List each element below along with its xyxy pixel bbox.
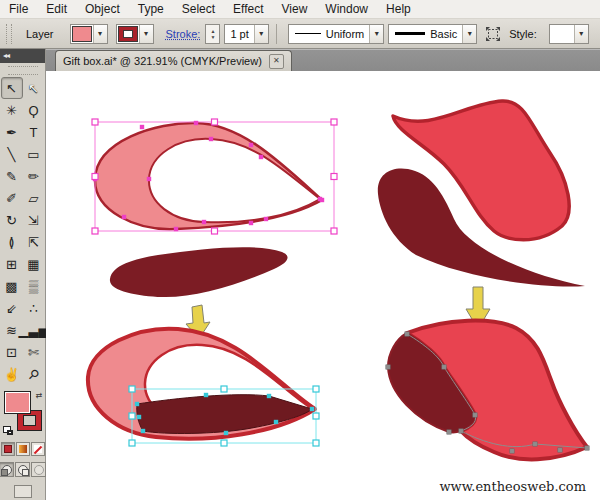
artboard-tool[interactable]: ⊡ xyxy=(1,341,23,363)
magenta-selection-handle[interactable] xyxy=(331,174,337,180)
pencil-tool[interactable]: ✏ xyxy=(23,165,45,187)
cyan-selection-handle[interactable] xyxy=(313,440,319,446)
spinner-down-icon[interactable]: ▼ xyxy=(210,34,215,40)
cyan-anchor-point[interactable] xyxy=(267,394,271,398)
gray-anchor-point[interactable] xyxy=(459,429,463,433)
draw-inside-button[interactable] xyxy=(31,462,46,477)
menu-select[interactable]: Select xyxy=(173,1,224,17)
gray-anchor-point[interactable] xyxy=(558,448,562,452)
gray-anchor-point[interactable] xyxy=(386,365,390,369)
gray-anchor-point[interactable] xyxy=(473,413,477,417)
cyan-anchor-point[interactable] xyxy=(274,420,278,424)
fill-color-proxy[interactable] xyxy=(4,391,31,414)
magenta-selection-handle[interactable] xyxy=(212,119,218,125)
toolbar-grip[interactable] xyxy=(8,66,38,75)
variable-width-combo[interactable]: Uniform ▾ xyxy=(288,24,385,44)
menu-window[interactable]: Window xyxy=(316,1,377,17)
draw-behind-button[interactable] xyxy=(15,462,30,477)
menu-file[interactable]: File xyxy=(0,1,37,17)
cyan-anchor-point[interactable] xyxy=(141,429,145,433)
swap-fill-stroke-icon[interactable]: ⇄ xyxy=(36,391,43,400)
toolbar-collapse-button[interactable]: ◂◂ xyxy=(0,49,45,63)
pen-tool[interactable]: ✒ xyxy=(1,121,23,143)
cyan-anchor-point[interactable] xyxy=(310,407,314,411)
perspective-grid-tool[interactable]: ▦ xyxy=(23,253,45,275)
zoom-tool[interactable]: ⚲ xyxy=(23,363,45,385)
cyan-anchor-point[interactable] xyxy=(224,431,228,435)
none-button[interactable] xyxy=(31,442,45,456)
magenta-anchor-point[interactable] xyxy=(264,217,268,221)
draw-normal-button[interactable] xyxy=(0,462,14,477)
stroke-weight-combo[interactable]: 1 pt ▾ xyxy=(224,24,268,44)
cyan-selection-handle[interactable] xyxy=(221,386,227,392)
cyan-selection-handle[interactable] xyxy=(129,440,135,446)
menu-edit[interactable]: Edit xyxy=(37,1,76,17)
rectangle-tool[interactable]: ▭ xyxy=(23,143,45,165)
menu-effect[interactable]: Effect xyxy=(224,1,272,17)
close-tab-icon[interactable]: ✕ xyxy=(269,54,284,69)
mesh-tool[interactable]: ▩ xyxy=(1,275,23,297)
lasso-tool[interactable]: Ϙ xyxy=(23,99,45,121)
magenta-anchor-point[interactable] xyxy=(318,197,322,201)
selection-tool[interactable]: ↖ xyxy=(1,77,23,99)
cyan-anchor-point[interactable] xyxy=(204,393,208,397)
menu-object[interactable]: Object xyxy=(76,1,129,17)
magenta-anchor-point[interactable] xyxy=(249,143,253,147)
magenta-selection-handle[interactable] xyxy=(92,174,98,180)
gray-anchor-point[interactable] xyxy=(533,442,537,446)
magenta-anchor-point[interactable] xyxy=(249,221,253,225)
stroke-color-swatch[interactable] xyxy=(118,26,138,42)
paintbrush-tool[interactable]: ✎ xyxy=(1,165,23,187)
width-tool[interactable]: ≬ xyxy=(1,231,23,253)
brush-arrow-icon[interactable]: ▾ xyxy=(462,25,476,43)
cyan-selection-handle[interactable] xyxy=(313,413,319,419)
cyan-anchor-point[interactable] xyxy=(137,415,141,419)
magenta-anchor-point[interactable] xyxy=(259,155,263,159)
direct-selection-tool[interactable]: ↖ xyxy=(23,77,45,99)
magic-wand-tool[interactable]: ✳ xyxy=(1,99,23,121)
magenta-anchor-point[interactable] xyxy=(194,121,198,125)
stroke-dropdown-arrow-icon[interactable]: ▾ xyxy=(139,25,153,43)
panel-grip[interactable] xyxy=(6,24,12,44)
menu-help[interactable]: Help xyxy=(377,1,420,17)
gray-anchor-point[interactable] xyxy=(585,446,589,450)
blob-brush-tool[interactable]: ✐ xyxy=(1,187,23,209)
magenta-anchor-point[interactable] xyxy=(147,177,151,181)
magenta-selection-handle[interactable] xyxy=(331,119,337,125)
shape-builder-tool[interactable]: ⊞ xyxy=(1,253,23,275)
document-tab[interactable]: Gift box.ai* @ 321.91% (CMYK/Preview) ✕ xyxy=(55,50,292,71)
magenta-anchor-point[interactable] xyxy=(140,125,144,129)
blend-tool[interactable]: ∴ xyxy=(23,297,45,319)
stroke-weight-stepper[interactable]: ▲ ▼ xyxy=(205,24,220,44)
gray-anchor-point[interactable] xyxy=(510,449,514,453)
gray-anchor-point[interactable] xyxy=(447,430,451,434)
fill-dropdown-arrow-icon[interactable]: ▾ xyxy=(93,25,107,43)
free-transform-tool[interactable]: ⇱ xyxy=(23,231,45,253)
magenta-anchor-point[interactable] xyxy=(174,227,178,231)
artboard-canvas[interactable]: www.entheosweb.com xyxy=(46,71,600,500)
gradient-tool[interactable]: ▒ xyxy=(23,275,45,297)
magenta-selection-handle[interactable] xyxy=(331,228,337,234)
gradient-button[interactable] xyxy=(16,442,30,456)
cyan-selection-handle[interactable] xyxy=(129,413,135,419)
upper-left-petal-hole[interactable] xyxy=(149,139,320,222)
gray-anchor-point[interactable] xyxy=(442,365,446,369)
eyedropper-tool[interactable]: ⇙ xyxy=(1,297,23,319)
gray-anchor-point[interactable] xyxy=(405,332,409,336)
magenta-anchor-point[interactable] xyxy=(122,215,126,219)
fill-color-swatch[interactable] xyxy=(72,26,92,42)
cyan-anchor-point[interactable] xyxy=(135,402,139,406)
slice-tool[interactable]: ✄ xyxy=(23,341,45,363)
type-tool[interactable]: T xyxy=(23,121,45,143)
magenta-anchor-point[interactable] xyxy=(209,137,213,141)
magenta-selection-handle[interactable] xyxy=(92,119,98,125)
cyan-selection-handle[interactable] xyxy=(313,386,319,392)
scale-tool[interactable]: ⇲ xyxy=(23,209,45,231)
brush-combo[interactable]: Basic ▾ xyxy=(388,24,477,44)
hand-tool[interactable]: ✌ xyxy=(1,363,23,385)
magenta-anchor-point[interactable] xyxy=(202,220,206,224)
fill-color-control[interactable]: ▾ xyxy=(70,24,108,44)
cyan-selection-handle[interactable] xyxy=(129,386,135,392)
menu-view[interactable]: View xyxy=(273,1,317,17)
style-arrow-icon[interactable]: ▾ xyxy=(574,25,588,43)
